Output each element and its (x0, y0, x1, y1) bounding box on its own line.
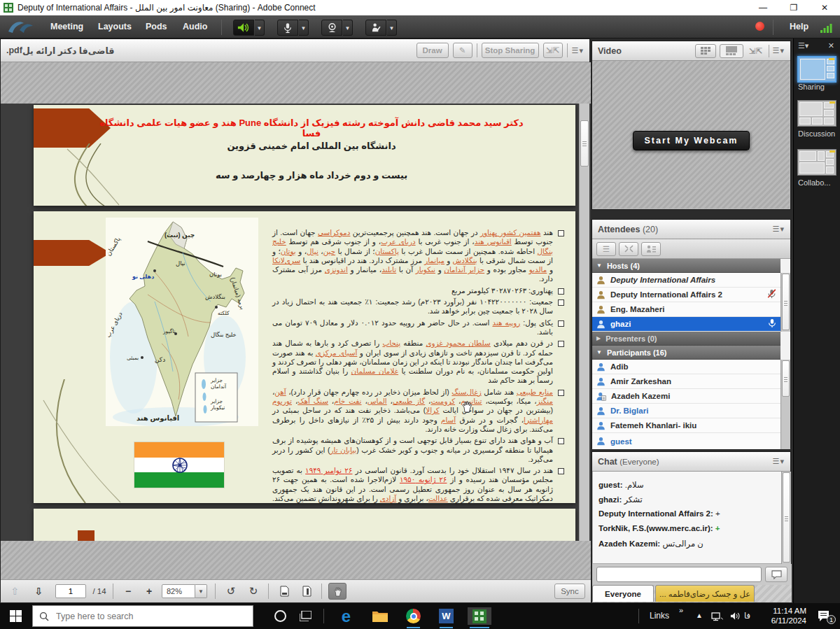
clock[interactable]: 11:14 AM 6/11/2024 (763, 606, 806, 626)
word-icon[interactable]: W (438, 607, 455, 625)
zoom-out-icon[interactable]: − (120, 584, 136, 599)
status-view-icon[interactable] (641, 242, 661, 256)
page-input[interactable] (55, 584, 86, 598)
chevron-up-icon[interactable]: ▲ (696, 612, 703, 619)
menu-layouts[interactable]: Layouts (98, 22, 132, 31)
map-label: جزایر نیکوبار (211, 398, 237, 411)
close-button[interactable]: ✕ (809, 0, 840, 15)
links-toolbar[interactable]: Links (650, 611, 669, 621)
attendee-row[interactable]: Adib (592, 360, 780, 374)
layout-thumb-collaboration[interactable] (797, 149, 836, 176)
pod-fullscreen-icon[interactable]: ⇲⇱ (747, 44, 765, 58)
slide1-title: دکتر سید محمد قاضی دانش آموخته رشته فیزی… (90, 118, 533, 139)
chat-messages[interactable]: guest: سلام. ghazi: تشکر Deputy Internat… (593, 472, 791, 564)
layout-thumb-discussion[interactable] (797, 100, 836, 127)
menu-audio[interactable]: Audio (183, 22, 207, 31)
participants-scrollbar[interactable] (780, 360, 790, 449)
edge-icon[interactable]: e (337, 607, 355, 625)
pen-icon[interactable]: ✎ (453, 43, 472, 58)
adobe-connect-taskbar-icon[interactable] (468, 607, 491, 625)
attendee-row[interactable]: Amir Zarkeshan (592, 374, 780, 389)
help-menu[interactable]: Help (790, 22, 808, 31)
page-down-icon[interactable]: ⇩ (30, 584, 47, 599)
network-icon[interactable] (708, 607, 726, 625)
attendee-row[interactable]: Dr. Biglari (592, 404, 780, 418)
presenters-section-header[interactable]: ▶Presenters (0) (592, 332, 780, 346)
fit-page-icon[interactable] (275, 584, 293, 599)
rotate-left-icon[interactable]: ↺ (222, 584, 240, 599)
zoom-dropdown-icon[interactable]: ▼ (195, 584, 207, 598)
attendee-row-selected[interactable]: ghazi (592, 317, 780, 332)
attendee-row[interactable]: Eng. Mazaheri (592, 302, 780, 317)
fit-width-icon[interactable] (298, 584, 316, 599)
search-input[interactable] (55, 611, 230, 622)
taskbar-search[interactable] (32, 605, 253, 627)
notification-icon[interactable]: 1 (812, 607, 834, 625)
task-view-icon[interactable] (297, 607, 314, 625)
microphone-dropdown[interactable]: ▼ (299, 20, 309, 36)
page-up-icon[interactable]: ⇧ (6, 584, 23, 599)
share-pod-menu-icon[interactable]: ☰▾ (572, 46, 584, 55)
links-expand-icon[interactable]: » (679, 606, 683, 614)
filmstrip-view-icon[interactable] (720, 44, 743, 58)
chat-message: Azadeh Kazemi: مرالی‌تس‎ ن (598, 539, 777, 549)
chat-tab-private[interactable]: ...‎ رضای‌فاطمه‎ جسک‎ و‎ عل (655, 585, 755, 602)
record-indicator (755, 22, 764, 31)
attendees-pod-menu-icon[interactable]: ☰▾ (773, 225, 785, 234)
attendee-row[interactable]: Deputy International Affairs (592, 273, 780, 288)
dock-menu-icon[interactable]: ☰▾ (798, 41, 808, 50)
send-message-icon[interactable] (765, 567, 788, 582)
chat-message: TorkNik, F.S.(www.merc.ac.ir): + (598, 524, 777, 532)
language-indicator[interactable]: فا (744, 611, 750, 621)
chat-scrollbar[interactable] (781, 472, 791, 564)
document-viewer[interactable]: دکتر سید محمد قاضی دانش آموخته رشته فیزی… (1, 104, 591, 541)
attendee-row[interactable]: Fatemeh Khanlari- ikiu (592, 418, 780, 433)
rotate-right-icon[interactable]: ↻ (244, 584, 262, 599)
breakout-view-icon[interactable] (619, 242, 638, 256)
layout-label-collaboration[interactable]: Collabo... (798, 178, 830, 187)
stop-sharing-button[interactable]: Stop Sharing (482, 43, 539, 58)
webcam-button[interactable] (321, 20, 342, 36)
attendee-row[interactable]: Azadeh Kazemi (592, 389, 780, 404)
dock-close-icon[interactable]: ✕ (828, 41, 834, 50)
start-webcam-button[interactable]: Start My Webcam (633, 131, 750, 150)
cortana-icon[interactable] (272, 607, 289, 625)
hosts-section-header[interactable]: ▼Hosts (4) (592, 259, 780, 273)
sync-button[interactable]: Sync (554, 584, 585, 599)
chrome-icon[interactable] (405, 607, 422, 625)
start-button[interactable] (7, 607, 24, 625)
fullscreen-icon[interactable]: ⇲⇱ (543, 43, 563, 58)
file-explorer-icon[interactable] (371, 607, 388, 625)
layout-label-discussion[interactable]: Discussion (798, 129, 835, 138)
chat-input[interactable] (596, 567, 762, 582)
speaker-button[interactable] (233, 20, 254, 36)
zoom-level-value[interactable]: 82% (162, 584, 195, 598)
chat-tab-everyone[interactable]: Everyone (592, 585, 654, 602)
minimize-button[interactable]: ― (748, 0, 778, 15)
grid-view-icon[interactable] (695, 44, 716, 58)
attendee-row[interactable]: guest (592, 433, 780, 449)
draw-button[interactable]: Draw (416, 43, 449, 58)
hosts-scrollbar[interactable] (780, 273, 790, 332)
video-pod-header: Video ⇲⇱ ☰▾ (592, 41, 790, 61)
participants-section-header[interactable]: ▼Participants (16) (592, 346, 780, 360)
chat-pod-menu-icon[interactable]: ☰▾ (773, 457, 785, 466)
menu-meeting[interactable]: Meeting (50, 22, 83, 31)
zoom-in-icon[interactable]: + (141, 584, 158, 599)
volume-icon[interactable] (727, 607, 744, 625)
layout-label-sharing[interactable]: Sharing (798, 83, 825, 91)
restore-button[interactable]: ❐ (778, 0, 809, 15)
raise-hand-button[interactable] (365, 20, 386, 36)
hand-tool-button[interactable] (328, 583, 346, 600)
layout-thumb-sharing[interactable] (797, 56, 836, 83)
microphone-button[interactable] (277, 20, 298, 36)
speaker-dropdown[interactable]: ▼ (255, 20, 265, 36)
menu-pods[interactable]: Pods (146, 22, 167, 31)
video-pod-menu-icon[interactable]: ☰▾ (773, 46, 785, 55)
list-view-icon[interactable]: ☰ (596, 242, 616, 256)
document-scrollbar-thumb[interactable] (580, 120, 589, 167)
attendee-row[interactable]: Deputy International Affairs 2 (592, 288, 780, 302)
webcam-dropdown[interactable]: ▼ (343, 20, 353, 36)
document-scrollbar[interactable] (579, 104, 589, 541)
raise-hand-dropdown[interactable]: ▼ (387, 20, 397, 36)
